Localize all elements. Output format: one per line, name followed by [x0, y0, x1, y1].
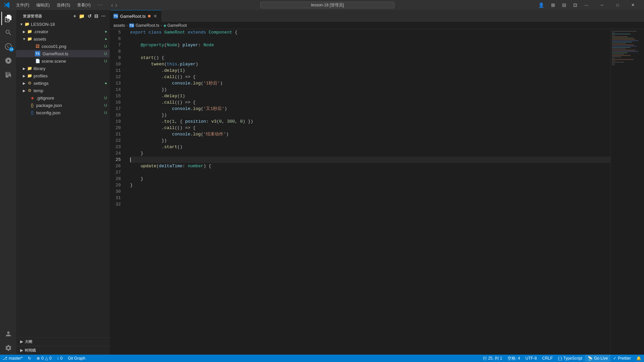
code-editor[interactable]: 5678910111213141516171819202122232425262…	[110, 29, 644, 355]
tree-item-assets[interactable]: ▼ 📁 assets ●	[16, 35, 110, 43]
code-line-28[interactable]: }	[130, 176, 610, 182]
tree-root[interactable]: ▼ 📁 LESSON-18	[16, 20, 110, 28]
tab-gameroot[interactable]: TS GameRoot.ts ✕	[110, 10, 161, 22]
status-sync[interactable]: ↻	[25, 355, 34, 362]
code-line-24[interactable]: }	[130, 150, 610, 157]
accounts-icon[interactable]: 👤	[536, 2, 547, 8]
code-line-15[interactable]: .delay(1)	[130, 93, 610, 99]
code-line-10[interactable]: tween(this.player)	[130, 61, 610, 67]
token: }	[141, 150, 143, 157]
code-line-26[interactable]: update(deltaTime: number) {	[130, 163, 610, 169]
status-gitgraph[interactable]: Git Graph	[65, 355, 88, 362]
token: (	[217, 118, 219, 125]
code-line-14[interactable]: })	[130, 86, 610, 93]
nav-forward[interactable]: ›	[115, 2, 117, 9]
token: delay	[164, 67, 177, 74]
status-prettier[interactable]: ✓ Prettier	[610, 355, 634, 362]
code-line-16[interactable]: .call(() => {	[130, 99, 610, 106]
tree-item-temp[interactable]: ▶ ⚙ temp	[16, 87, 110, 94]
status-branch[interactable]: ⎇ master*	[0, 355, 25, 362]
breadcrumb-class[interactable]: ◈GameRoot	[163, 23, 187, 28]
status-spaces[interactable]: 空格: 4	[505, 355, 523, 362]
tree-item-cocos01[interactable]: 🖼 cocos01.png U	[16, 43, 110, 50]
breadcrumb-assets[interactable]: assets	[113, 23, 125, 28]
code-line-18[interactable]: })	[130, 112, 610, 118]
tab-close-button[interactable]: ✕	[153, 13, 158, 19]
gameroot-icon: TS	[35, 51, 40, 56]
search-bar[interactable]	[122, 2, 532, 8]
minimap[interactable]	[610, 29, 644, 355]
outline-header[interactable]: ▶ 大纲	[16, 338, 110, 346]
menu-more[interactable]: ···	[95, 2, 106, 9]
more-icon[interactable]: ···	[101, 13, 106, 19]
token: .	[130, 125, 164, 131]
code-line-19[interactable]: .to(1, { position: v3(0, 300, 0) })	[130, 118, 610, 125]
code-line-30[interactable]	[130, 188, 610, 195]
code-line-23[interactable]: .start()	[130, 144, 610, 150]
tree-item-package[interactable]: {} package.json U	[16, 102, 110, 109]
code-line-32[interactable]	[130, 201, 610, 207]
code-line-6[interactable]	[130, 36, 610, 42]
status-golive[interactable]: 📡 Go Live	[585, 355, 610, 362]
menu-view[interactable]: 查看(V)	[74, 2, 93, 9]
code-line-29[interactable]: }	[130, 182, 610, 188]
tree-item-library[interactable]: ▶ 📁 library	[16, 65, 110, 72]
split-icon[interactable]: ⊟	[559, 2, 569, 8]
settings-activity-icon[interactable]	[1, 341, 15, 355]
token: )	[182, 93, 185, 99]
code-line-11[interactable]: .delay(1)	[130, 67, 610, 74]
maximize-button[interactable]: □	[610, 0, 625, 10]
code-line-21[interactable]: console.log('结束动作')	[130, 131, 610, 137]
menu-select[interactable]: 选择(S)	[54, 2, 73, 9]
source-control-icon[interactable]: 18	[1, 40, 15, 53]
breadcrumb-file[interactable]: GameRoot.ts	[136, 23, 159, 28]
customize-icon[interactable]: ⊡	[571, 2, 580, 8]
tree-item-scene[interactable]: 📄 scene.scene U	[16, 57, 110, 65]
status-errors[interactable]: ⊗ 0 △ 0	[34, 355, 54, 362]
status-position[interactable]: 行 25, 列 1	[480, 355, 505, 362]
code-line-5[interactable]: export class GameRoot extends Component …	[130, 29, 610, 36]
refresh-icon[interactable]: ↺	[88, 13, 92, 19]
collapse-icon[interactable]: ⊟	[94, 13, 99, 19]
tree-item-creator[interactable]: ▶ 📁 .creator ●	[16, 28, 110, 35]
code-line-13[interactable]: console.log('1秒后')	[130, 80, 610, 86]
layout-icon[interactable]: ⊞	[548, 2, 558, 8]
more-actions[interactable]: ···	[582, 2, 591, 8]
status-language[interactable]: { } TypeScript	[555, 355, 585, 362]
close-button[interactable]: ✕	[625, 0, 641, 10]
code-content[interactable]: export class GameRoot extends Component …	[127, 29, 610, 355]
run-debug-icon[interactable]	[1, 54, 15, 67]
nav-back[interactable]: ‹	[111, 2, 113, 9]
tree-item-gameroot[interactable]: TS GameRoot.ts U	[16, 50, 110, 57]
code-line-12[interactable]: .call(() => {	[130, 74, 610, 80]
status-ports[interactable]: ↕ 0	[54, 355, 65, 362]
code-line-8[interactable]	[130, 48, 610, 55]
code-line-27[interactable]	[130, 169, 610, 176]
menu-file[interactable]: 文件(F)	[13, 2, 32, 9]
accounts-activity-icon[interactable]	[1, 327, 15, 341]
status-encoding[interactable]: UTF-8	[523, 355, 540, 362]
extensions-icon[interactable]	[1, 68, 15, 81]
tree-item-tsconfig[interactable]: {} tsconfig.json U	[16, 109, 110, 116]
tsconfig-label: tsconfig.json	[36, 110, 104, 115]
search-activity-icon[interactable]	[1, 26, 15, 39]
status-eol[interactable]: CRLF	[540, 355, 555, 362]
new-folder-icon[interactable]: 📁	[79, 13, 85, 19]
tree-item-profiles[interactable]: ▶ 📁 profiles	[16, 72, 110, 79]
code-line-31[interactable]	[130, 195, 610, 201]
new-file-icon[interactable]: +	[73, 13, 76, 19]
menu-edit[interactable]: 编辑(E)	[34, 2, 52, 9]
status-notifications[interactable]: 🔔	[634, 355, 644, 362]
code-line-9[interactable]: start() {	[130, 55, 610, 61]
minimize-button[interactable]: ─	[594, 0, 610, 10]
code-line-25[interactable]	[130, 157, 610, 163]
search-input[interactable]	[260, 2, 394, 8]
timeline-header[interactable]: ▶ 时间线	[16, 346, 110, 355]
tree-item-gitignore[interactable]: ◈ .gitignore U	[16, 94, 110, 102]
explorer-icon[interactable]	[1, 12, 15, 25]
code-line-20[interactable]: .call(() => {	[130, 125, 610, 131]
code-line-7[interactable]: @property(Node) player: Node	[130, 42, 610, 48]
code-line-17[interactable]: console.log('又1秒后')	[130, 106, 610, 112]
tree-item-settings[interactable]: ▶ ⚙ settings ●	[16, 79, 110, 87]
code-line-22[interactable]: })	[130, 137, 610, 144]
